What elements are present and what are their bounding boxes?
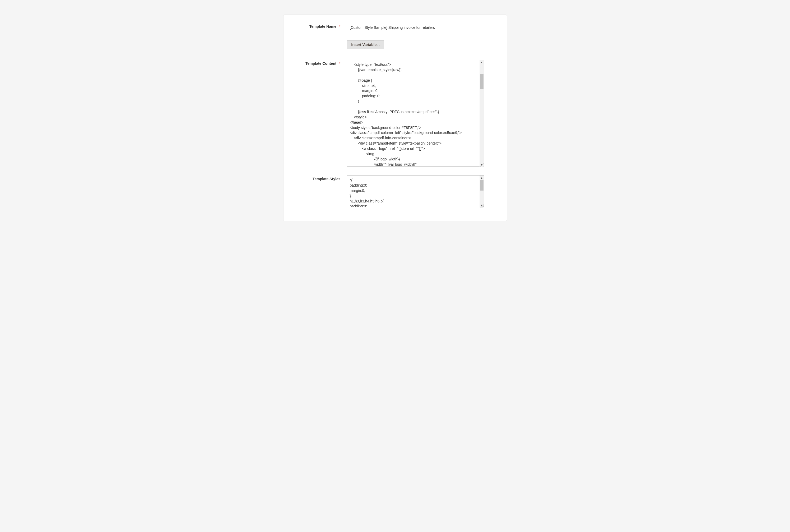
- required-marker: *: [339, 24, 340, 28]
- control-template-content: ▲ ▼: [347, 60, 484, 167]
- label-template-styles-text: Template Styles: [312, 177, 341, 181]
- label-spacer: [297, 40, 347, 42]
- field-row-template-styles: Template Styles ▲ ▼: [297, 175, 494, 208]
- insert-variable-button[interactable]: Insert Variable...: [347, 40, 384, 49]
- label-template-name-text: Template Name: [309, 24, 336, 28]
- field-row-insert-variable: Insert Variable...: [297, 40, 494, 49]
- field-row-template-name: Template Name *: [297, 23, 494, 32]
- template-name-input[interactable]: [347, 23, 484, 32]
- form-panel: Template Name * Insert Variable... Templ…: [283, 15, 507, 221]
- control-template-styles: ▲ ▼: [347, 175, 484, 208]
- control-insert-variable: Insert Variable...: [347, 40, 484, 49]
- template-content-textarea[interactable]: [347, 60, 484, 167]
- page-root: Template Name * Insert Variable... Templ…: [217, 0, 573, 241]
- template-styles-wrap: ▲ ▼: [347, 175, 484, 208]
- template-content-wrap: ▲ ▼: [347, 60, 484, 167]
- label-template-content: Template Content *: [297, 60, 347, 65]
- template-styles-textarea[interactable]: [347, 175, 484, 207]
- control-template-name: [347, 23, 484, 32]
- label-template-name: Template Name *: [297, 23, 347, 28]
- label-template-content-text: Template Content: [305, 61, 336, 65]
- required-marker: *: [339, 61, 340, 65]
- label-template-styles: Template Styles: [297, 175, 347, 181]
- field-row-template-content: Template Content * ▲ ▼: [297, 60, 494, 167]
